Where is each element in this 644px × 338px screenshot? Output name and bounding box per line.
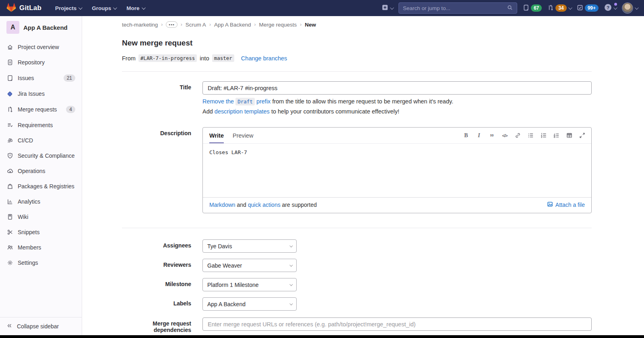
- milestone-label: Milestone: [122, 278, 191, 291]
- double-chevron-left-icon: [6, 323, 12, 330]
- plus-square-icon: [382, 4, 388, 12]
- nav-todos-button[interactable]: 99+: [577, 4, 599, 12]
- breadcrumb-separator: ›: [209, 22, 211, 27]
- bulleted-list-button[interactable]: [525, 130, 536, 141]
- sidebar-item-issues[interactable]: Issues 21: [0, 70, 82, 86]
- milestone-dropdown[interactable]: Platform 1 Milestone: [202, 278, 297, 291]
- chevron-down-icon: [78, 6, 83, 10]
- chevron-down-icon: [289, 282, 293, 286]
- target-branch-chip: master: [212, 54, 234, 62]
- nav-menu-more[interactable]: More: [122, 3, 148, 14]
- remove-draft-link[interactable]: Remove the Draft prefix: [202, 98, 270, 105]
- package-icon: [6, 183, 13, 190]
- sidebar-item-jira-issues[interactable]: Jira Issues: [0, 86, 82, 101]
- sidebar-item-snippets[interactable]: Snippets: [0, 225, 82, 240]
- issues-count-badge: 21: [64, 74, 75, 82]
- dependencies-help-text: List the merge requests that must be mer…: [202, 334, 592, 335]
- breadcrumb-group[interactable]: tech-marketing: [122, 22, 158, 28]
- dependencies-input[interactable]: [202, 317, 592, 331]
- change-branches-link[interactable]: Change branches: [241, 55, 287, 62]
- shield-icon: [6, 153, 13, 159]
- users-icon: [6, 244, 13, 251]
- sidebar-nav: Project overview Repository Issues 21 Ji…: [0, 38, 82, 317]
- nav-merge-requests-button[interactable]: 34: [547, 4, 571, 12]
- description-label: Description: [122, 127, 191, 213]
- page-title: New merge request: [122, 39, 592, 47]
- breadcrumb-merge-requests[interactable]: Merge requests: [259, 22, 297, 28]
- breadcrumb-project[interactable]: App A Backend: [214, 22, 251, 28]
- dependencies-label: Merge request dependencies: [122, 317, 191, 335]
- chevron-down-icon: [289, 302, 293, 305]
- breadcrumb-separator: ›: [300, 22, 301, 27]
- assignees-dropdown[interactable]: Tye Davis: [202, 239, 297, 253]
- chevron-down-icon: [289, 244, 293, 247]
- sidebar-item-merge-requests[interactable]: Merge requests 4: [0, 101, 82, 117]
- merge-request-icon: [547, 4, 554, 12]
- new-menu-button[interactable]: [382, 4, 393, 12]
- logo-wordmark: GitLab: [19, 4, 41, 12]
- user-menu-button[interactable]: [622, 2, 638, 14]
- bold-button[interactable]: B: [461, 130, 471, 141]
- collapse-sidebar-button[interactable]: Collapse sidebar: [0, 317, 82, 335]
- breadcrumb-subgroup[interactable]: Scrum A: [186, 22, 206, 28]
- sidebar-item-operations[interactable]: Operations: [0, 163, 82, 179]
- help-menu-button[interactable]: ?: [604, 4, 616, 12]
- labels-dropdown[interactable]: App A Backend: [202, 297, 297, 311]
- project-context-header[interactable]: A App A Backend: [0, 16, 82, 38]
- top-navbar: GitLab Projects Groups More: [0, 0, 644, 16]
- sidebar-item-requirements[interactable]: Requirements: [0, 117, 82, 133]
- code-button[interactable]: </>: [500, 130, 510, 141]
- tab-write[interactable]: Write: [209, 128, 224, 143]
- task-list-button[interactable]: [551, 130, 561, 141]
- italic-button[interactable]: I: [474, 130, 484, 141]
- nav-menu-projects[interactable]: Projects: [51, 3, 85, 14]
- project-name: App A Backend: [23, 24, 68, 31]
- table-button[interactable]: [564, 130, 574, 141]
- sidebar-item-settings[interactable]: Settings: [0, 255, 82, 270]
- notification-dot: [614, 3, 617, 6]
- description-templates-link[interactable]: description templates: [215, 108, 270, 115]
- gear-icon: [6, 260, 13, 266]
- merge-request-form: Title Remove the Draft prefix from the t…: [122, 72, 592, 335]
- source-branch-chip: #LAR-7-in-progress: [138, 54, 197, 62]
- fullscreen-button[interactable]: [577, 130, 587, 141]
- sidebar-item-analytics[interactable]: Analytics: [0, 194, 82, 209]
- draft-code-chip: Draft: [235, 98, 255, 105]
- reviewers-dropdown[interactable]: Gabe Weaver: [202, 259, 297, 272]
- chevron-down-icon: [613, 6, 617, 10]
- quick-actions-link[interactable]: quick actions: [248, 202, 281, 208]
- sidebar-item-members[interactable]: Members: [0, 240, 82, 255]
- link-button[interactable]: [512, 130, 523, 141]
- merge-request-icon: [6, 106, 13, 113]
- sidebar-item-repository[interactable]: Repository: [0, 55, 82, 70]
- search-icon: [507, 5, 513, 12]
- chevron-down-icon: [390, 6, 394, 10]
- chevron-down-icon: [568, 6, 572, 10]
- chevron-down-icon: [113, 6, 117, 10]
- markdown-link[interactable]: Markdown: [209, 202, 235, 208]
- nav-menu-groups[interactable]: Groups: [88, 3, 120, 14]
- editor-toolbar: B I ” </>: [461, 130, 587, 141]
- attach-file-button[interactable]: Attach a file: [547, 201, 585, 208]
- nav-issues-button[interactable]: 67: [523, 4, 542, 12]
- tab-preview[interactable]: Preview: [233, 128, 254, 143]
- attach-image-icon: [547, 201, 553, 208]
- search-input[interactable]: [403, 5, 504, 11]
- project-sidebar: A App A Backend Project overview Reposit…: [0, 16, 82, 335]
- breadcrumb-separator: ›: [161, 22, 163, 27]
- sidebar-item-packages-registries[interactable]: Packages & Registries: [0, 179, 82, 194]
- sidebar-item-cicd[interactable]: CI/CD: [0, 133, 82, 148]
- divider: [122, 228, 592, 228]
- description-textarea[interactable]: Closes LAR-7: [203, 144, 591, 196]
- title-input[interactable]: [202, 81, 592, 95]
- global-search[interactable]: [398, 2, 517, 14]
- sidebar-item-wiki[interactable]: Wiki: [0, 209, 82, 225]
- breadcrumb-ellipsis[interactable]: •••: [166, 21, 178, 28]
- draft-help-text: Remove the Draft prefix from the title t…: [202, 98, 592, 105]
- sidebar-item-security-compliance[interactable]: Security & Compliance: [0, 148, 82, 163]
- numbered-list-button[interactable]: [538, 130, 549, 141]
- gitlab-logo[interactable]: GitLab: [6, 3, 41, 13]
- quote-button[interactable]: ”: [487, 130, 497, 141]
- sidebar-item-project-overview[interactable]: Project overview: [0, 39, 82, 55]
- main-content: tech-marketing › ••• › Scrum A › App A B…: [82, 16, 644, 335]
